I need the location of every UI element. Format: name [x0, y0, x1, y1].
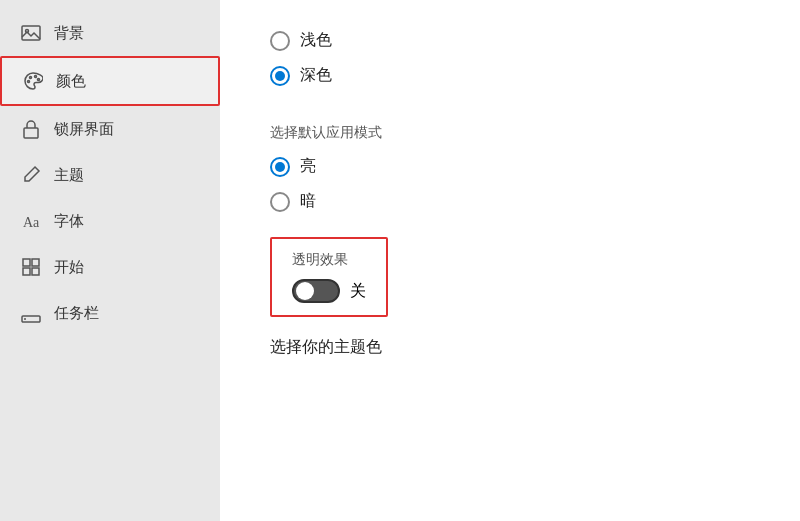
svg-rect-8	[23, 259, 30, 266]
sidebar-item-theme[interactable]: 主题	[0, 152, 220, 198]
sidebar-item-label: 颜色	[56, 72, 86, 91]
sidebar-item-label: 字体	[54, 212, 84, 231]
sidebar-item-start[interactable]: 开始	[0, 244, 220, 290]
window-mode-section: 浅色 深色	[270, 30, 750, 86]
app-mode-label: 选择默认应用模式	[270, 124, 750, 142]
sidebar-item-background[interactable]: 背景	[0, 10, 220, 56]
transparency-toggle[interactable]	[292, 279, 340, 303]
radio-dark-app-circle	[270, 192, 290, 212]
radio-dark-app-label: 暗	[300, 191, 316, 212]
toggle-row: 关	[292, 279, 366, 303]
lock-icon	[20, 118, 42, 140]
sidebar-item-color[interactable]: 颜色	[0, 56, 220, 106]
app-mode-section: 选择默认应用模式 亮 暗	[270, 124, 750, 212]
grid-icon	[20, 256, 42, 278]
sidebar: 背景 颜色 锁屏界面 主题	[0, 0, 220, 521]
radio-light-circle	[270, 31, 290, 51]
radio-dark[interactable]: 深色	[270, 65, 750, 86]
svg-rect-10	[23, 268, 30, 275]
sidebar-item-taskbar[interactable]: 任务栏	[0, 290, 220, 336]
radio-light-label: 浅色	[300, 30, 332, 51]
sidebar-item-label: 锁屏界面	[54, 120, 114, 139]
radio-dark-circle	[270, 66, 290, 86]
image-icon	[20, 22, 42, 44]
svg-point-3	[30, 77, 32, 79]
sidebar-item-label: 背景	[54, 24, 84, 43]
toggle-knob	[296, 282, 314, 300]
svg-rect-9	[32, 259, 39, 266]
transparent-label: 透明效果	[292, 251, 366, 269]
edit-icon	[20, 164, 42, 186]
radio-dark-label: 深色	[300, 65, 332, 86]
taskbar-icon	[20, 302, 42, 324]
svg-text:Aa: Aa	[23, 215, 40, 230]
radio-bright[interactable]: 亮	[270, 156, 750, 177]
svg-point-2	[28, 81, 30, 83]
radio-light[interactable]: 浅色	[270, 30, 750, 51]
radio-dark-app[interactable]: 暗	[270, 191, 750, 212]
svg-rect-6	[24, 128, 38, 138]
svg-rect-11	[32, 268, 39, 275]
theme-color-label: 选择你的主题色	[270, 337, 750, 358]
transparent-section: 透明效果 关	[270, 237, 388, 317]
sidebar-item-label: 主题	[54, 166, 84, 185]
radio-bright-label: 亮	[300, 156, 316, 177]
radio-bright-circle	[270, 157, 290, 177]
sidebar-item-font[interactable]: Aa 字体	[0, 198, 220, 244]
sidebar-item-lockscreen[interactable]: 锁屏界面	[0, 106, 220, 152]
sidebar-item-label: 任务栏	[54, 304, 99, 323]
main-content: 浅色 深色 选择默认应用模式 亮 暗 透明效果 关 选择你的主题色	[220, 0, 800, 521]
svg-point-4	[35, 76, 37, 78]
toggle-state-text: 关	[350, 281, 366, 302]
svg-point-5	[38, 79, 40, 81]
svg-rect-0	[22, 26, 40, 40]
sidebar-item-label: 开始	[54, 258, 84, 277]
font-icon: Aa	[20, 210, 42, 232]
palette-icon	[22, 70, 44, 92]
